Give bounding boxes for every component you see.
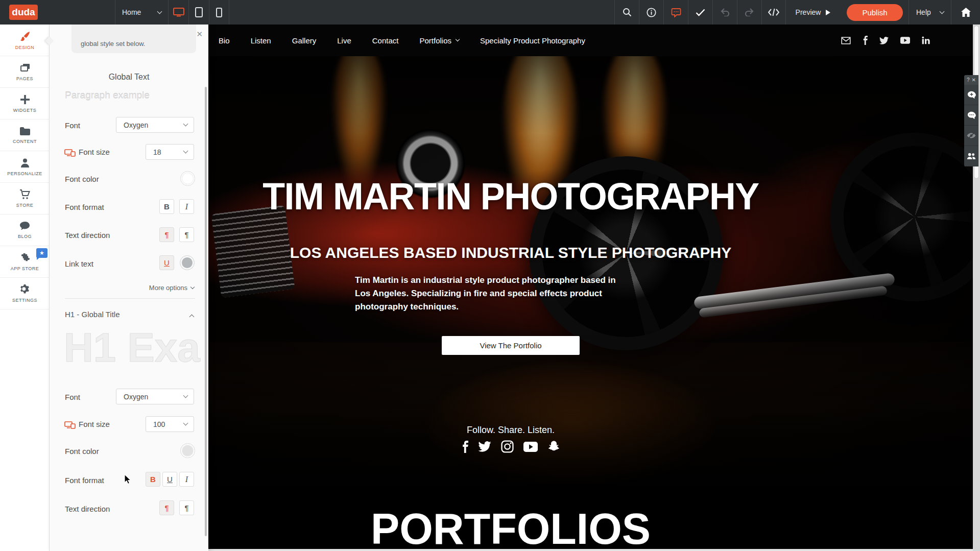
email-icon[interactable]: [841, 37, 851, 44]
tablet-view-button[interactable]: [188, 0, 209, 25]
more-options-link[interactable]: More options: [149, 284, 194, 292]
underline-icon: U: [164, 258, 170, 267]
done-button[interactable]: [688, 0, 712, 25]
dev-mode-button[interactable]: [761, 0, 786, 25]
mobile-view-button[interactable]: [209, 0, 229, 25]
nav-item-gallery[interactable]: Gallery: [292, 36, 317, 45]
speech-bubble-icon: [19, 221, 31, 231]
font-color-label: Font color: [65, 175, 99, 183]
comments-icon: [967, 111, 976, 119]
toolbar-help-button[interactable]: ?: [967, 77, 970, 83]
info-button[interactable]: [639, 0, 663, 25]
sidebar-item-label: STORE: [16, 203, 33, 208]
h1-font-size-label: Font size: [79, 420, 110, 428]
bold-button[interactable]: B: [159, 199, 174, 214]
link-color-swatch[interactable]: [180, 255, 195, 270]
search-icon: [623, 8, 632, 17]
sidebar-item-store[interactable]: STORE: [0, 183, 50, 214]
person-icon: [20, 158, 30, 168]
pages-icon: [19, 63, 31, 73]
twitter-icon[interactable]: [879, 37, 889, 44]
nav-item-bio[interactable]: Bio: [219, 36, 230, 45]
sidebar-item-settings[interactable]: SETTINGS: [0, 278, 50, 309]
nav-item-contact[interactable]: Contact: [372, 36, 399, 45]
search-button[interactable]: [614, 0, 639, 25]
sidebar-item-personalize[interactable]: PERSONALIZE: [0, 151, 50, 183]
site-title[interactable]: TIM MARTIN PHOTOGRAPHY: [218, 175, 804, 218]
h1-font-color-label: Font color: [65, 447, 99, 456]
h1-text-direction-rtl-button[interactable]: ¶: [179, 500, 194, 515]
site-subtitle[interactable]: LOS ANGELES BASED INDUSTRIAL STYLE PHOTO…: [208, 244, 813, 261]
font-label: Font: [65, 121, 80, 130]
italic-icon: I: [185, 202, 188, 211]
sidebar-item-blog[interactable]: BLOG: [0, 214, 50, 246]
h1-bold-button[interactable]: B: [146, 472, 160, 487]
page-selector-dropdown[interactable]: Home: [115, 0, 169, 25]
dashboard-home-button[interactable]: [951, 0, 980, 25]
h1-italic-button[interactable]: I: [179, 472, 194, 487]
panel-scrollbar[interactable]: [205, 87, 207, 536]
help-dropdown[interactable]: Help: [909, 0, 951, 25]
duda-logo[interactable]: duda: [9, 5, 38, 20]
nav-item-listen[interactable]: Listen: [251, 36, 271, 45]
section-divider: [65, 298, 195, 299]
view-portfolio-button[interactable]: View The Portfolio: [442, 336, 580, 355]
info-icon: [647, 8, 656, 17]
sidebar-item-label: SETTINGS: [12, 298, 37, 303]
comments-list-button[interactable]: [964, 105, 978, 126]
facebook-icon[interactable]: [863, 36, 868, 45]
h1-underline-button[interactable]: U: [162, 472, 177, 487]
instagram-icon[interactable]: [501, 440, 514, 453]
follow-share-listen-text[interactable]: Follow. Share. Listen.: [208, 425, 813, 436]
h1-text-direction-label: Text direction: [65, 505, 110, 513]
collapse-section-icon[interactable]: [189, 315, 195, 320]
link-underline-button[interactable]: U: [159, 255, 174, 270]
sidebar-item-widgets[interactable]: WIDGETS: [0, 88, 50, 119]
font-size-select[interactable]: 18: [146, 144, 194, 160]
nav-item-portfolios[interactable]: Portfolios: [419, 36, 459, 45]
facebook-icon[interactable]: [462, 441, 468, 453]
sidebar-item-content[interactable]: CONTENT: [0, 119, 50, 151]
publish-button[interactable]: Publish: [847, 4, 903, 21]
h1-font-color-swatch[interactable]: [180, 443, 195, 458]
font-size-value: 18: [153, 148, 161, 156]
youtube-icon[interactable]: [523, 442, 538, 452]
hide-comments-button[interactable]: [964, 126, 978, 146]
twitter-icon[interactable]: [478, 441, 491, 452]
undo-button[interactable]: [712, 0, 737, 25]
site-description[interactable]: Tim Martin is an industrial style produc…: [355, 274, 618, 314]
preview-button[interactable]: Preview: [786, 0, 840, 25]
paragraph-example-preview: Paragraph example: [65, 90, 150, 101]
h1-font-format-label: Font format: [65, 476, 104, 485]
more-options-label: More options: [149, 284, 187, 292]
bold-icon: B: [164, 202, 170, 211]
h1-font-size-select[interactable]: 100: [146, 416, 194, 432]
portfolios-heading[interactable]: PORTFOLIOS: [214, 507, 807, 550]
nav-item-live[interactable]: Live: [337, 36, 351, 45]
snapchat-icon[interactable]: [547, 440, 560, 453]
redo-button[interactable]: [737, 0, 761, 25]
toolbar-close-button[interactable]: ✕: [972, 77, 976, 83]
desktop-view-button[interactable]: [169, 0, 188, 25]
section-edge-line: [208, 549, 973, 551]
chevron-down-icon: [183, 393, 188, 398]
font-color-swatch[interactable]: [180, 171, 195, 186]
h1-text-direction-ltr-button[interactable]: ¶: [159, 500, 174, 515]
nav-item-specialty[interactable]: Specialty Product Photography: [480, 36, 585, 45]
left-sidebar: DESIGN PAGES WIDGETS CONTENT PERSONALIZE…: [0, 25, 50, 551]
font-select[interactable]: Oxygen: [116, 117, 194, 133]
sidebar-item-pages[interactable]: PAGES: [0, 56, 50, 88]
sidebar-item-design[interactable]: DESIGN: [0, 25, 50, 56]
italic-button[interactable]: I: [179, 199, 194, 214]
add-comment-button[interactable]: [964, 85, 978, 105]
cart-icon: [19, 189, 31, 200]
collaborators-button[interactable]: [964, 146, 978, 166]
feedback-button[interactable]: [663, 0, 688, 25]
sidebar-item-app-store[interactable]: APP STORE ★: [0, 246, 50, 278]
youtube-icon[interactable]: [900, 37, 910, 44]
text-direction-ltr-button[interactable]: ¶: [159, 227, 174, 242]
linkedin-icon[interactable]: [922, 36, 930, 44]
h1-font-select[interactable]: Oxygen: [116, 389, 194, 404]
panel-close-button[interactable]: ✕: [196, 30, 203, 39]
text-direction-rtl-button[interactable]: ¶: [179, 227, 194, 242]
